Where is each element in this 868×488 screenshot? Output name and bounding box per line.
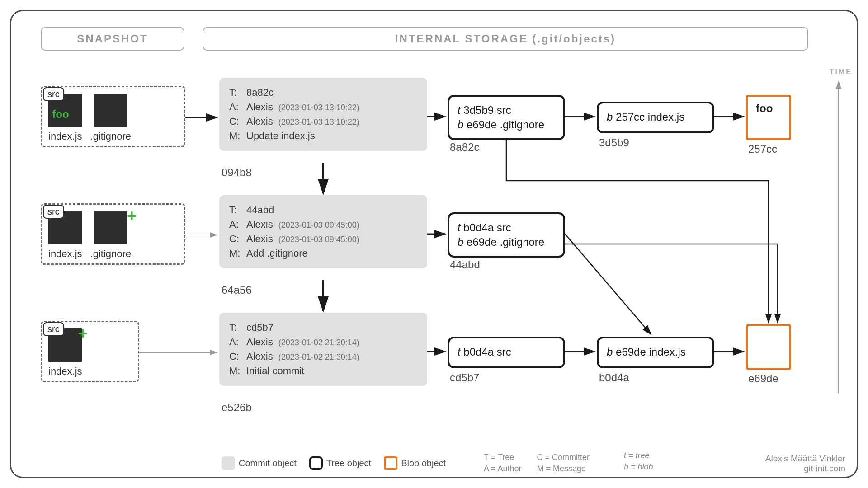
tree-entry-hash: 257cc: [616, 111, 645, 123]
tree-entry-type: b: [607, 346, 613, 358]
tree-entry-name: index.js: [648, 111, 684, 123]
tree-hash-label: cd5b7: [450, 371, 479, 384]
key-legend-commit-fields: T = Tree C = Committer A = Author M = Me…: [484, 453, 590, 474]
tree-entry-type: b: [458, 236, 463, 248]
header-internal-storage: INTERNAL STORAGE (.git/objects): [203, 27, 808, 51]
snapshot1-file-indexjs: src foo index.js: [48, 94, 82, 142]
src-folder-tag: src: [43, 322, 64, 336]
tree-entry-type: t: [458, 221, 461, 234]
commit-author-date: (2023-01-02 21:30:14): [278, 338, 359, 347]
credit-url: git-init.com: [765, 464, 845, 474]
file-content-preview: foo: [52, 108, 69, 121]
commit-hash-label: e526b: [222, 401, 252, 414]
tree-entry-type: t: [458, 346, 461, 358]
commit-committer-date: (2023-01-03 13:10:22): [278, 117, 359, 127]
commit-hash-label: 094b8: [222, 166, 252, 179]
src-folder-tag: src: [43, 205, 64, 219]
commit-author: Alexis: [246, 101, 273, 113]
time-axis-label: TIME: [830, 68, 852, 76]
commit-field-key: M:: [229, 130, 241, 142]
commit-field-key: C:: [229, 351, 241, 362]
file-icon: [94, 211, 127, 244]
legend: Commit object Tree object Blob object: [222, 456, 446, 470]
commit-tree-hash: 44abd: [246, 204, 274, 216]
commit-author-date: (2023-01-03 13:10:22): [278, 103, 359, 113]
commit-tree-hash: 8a82c: [246, 87, 274, 99]
legend-tree-swatch: [309, 456, 323, 470]
legend-blob-swatch: [384, 456, 397, 470]
header-snapshot: SNAPSHOT: [41, 27, 184, 51]
blob-hash-label: 257cc: [748, 143, 777, 155]
commit-committer-date: (2023-01-02 21:30:14): [278, 352, 359, 362]
tree-entry-name: src: [497, 221, 511, 234]
legend-M: M = Message: [537, 464, 590, 474]
src-folder-tag: src: [43, 87, 64, 101]
blob-object-257cc: foo: [746, 95, 791, 140]
tree-entry-hash: b0d4a: [463, 346, 494, 358]
tree-hash-label: 3d5b9: [599, 136, 629, 149]
tree-object-44abd: t b0d4a src b e69de .gitignore: [448, 212, 565, 258]
tree-entry-hash: e69de: [616, 346, 646, 358]
tree-object-8a82c: t 3d5b9 src b e69de .gitignore: [448, 95, 565, 140]
legend-blob-label: Blob object: [401, 458, 446, 469]
commit-field-key: C:: [229, 233, 241, 245]
file-name-label: .gitignore: [90, 131, 132, 142]
commit-object-2: T:44abd A:Alexis (2023-01-03 09:45:00) C…: [219, 195, 427, 268]
commit-field-key: A:: [229, 219, 241, 230]
header-row: SNAPSHOT INTERNAL STORAGE (.git/objects): [41, 27, 808, 51]
commit-field-key: T:: [229, 204, 241, 216]
key-legend-tree-entries: t = tree b = blob: [624, 449, 653, 474]
legend-tree: Tree object: [309, 456, 371, 470]
commit-field-key: T:: [229, 322, 241, 333]
commit-committer: Alexis: [246, 233, 273, 245]
tree-entry-type: t: [458, 104, 461, 116]
commit-field-key: M:: [229, 365, 241, 377]
snapshot-2: src index.js + .gitignore: [41, 203, 185, 265]
snapshot-3: src + index.js: [41, 321, 139, 382]
snapshot3-file-indexjs: src + index.js: [48, 328, 82, 377]
commit-author: Alexis: [246, 219, 273, 230]
commit-committer: Alexis: [246, 116, 273, 127]
file-name-label: index.js: [48, 131, 82, 142]
snapshot1-file-gitignore: .gitignore: [90, 94, 132, 142]
commit-message: Add .gitignore: [246, 248, 308, 259]
legend-b: b = blob: [624, 462, 653, 471]
commit-field-key: A:: [229, 336, 241, 348]
commit-field-key: T:: [229, 87, 241, 99]
tree-entry-name: src: [497, 104, 511, 116]
commit-author: Alexis: [246, 336, 273, 348]
commit-committer: Alexis: [246, 351, 273, 362]
commit-tree-hash: cd5b7: [246, 322, 274, 333]
legend-A: A = Author: [484, 464, 522, 474]
tree-entry-name: .gitignore: [500, 236, 544, 248]
blob-hash-label: e69de: [748, 372, 778, 385]
legend-commit-label: Commit object: [239, 458, 297, 469]
tree-entry-hash: b0d4a: [463, 221, 494, 234]
legend-tree-label: Tree object: [326, 458, 371, 469]
credit-name: Alexis Määttä Vinkler: [765, 454, 845, 464]
commit-hash-label: 64a56: [222, 284, 252, 296]
blob-object-e69de: [746, 324, 791, 370]
tree-entry-type: b: [607, 111, 613, 123]
commit-field-key: C:: [229, 116, 241, 127]
tree-entry-type: b: [458, 118, 463, 131]
legend-blob: Blob object: [384, 456, 446, 470]
file-name-label: index.js: [48, 248, 82, 260]
snapshot2-file-indexjs: src index.js: [48, 211, 82, 260]
file-name-label: .gitignore: [90, 248, 132, 260]
tree-entry-hash: e69de: [467, 236, 497, 248]
commit-field-key: M:: [229, 248, 241, 259]
tree-entry-name: index.js: [649, 346, 685, 358]
snapshot2-file-gitignore: + .gitignore: [90, 211, 132, 260]
commit-message: Initial commit: [246, 365, 304, 377]
tree-entry-hash: e69de: [467, 118, 497, 131]
snapshot-1: src foo index.js .gitignore: [41, 86, 185, 147]
blob-content: foo: [756, 102, 773, 114]
tree-hash-label: 8a82c: [450, 141, 479, 154]
tree-object-3d5b9: b 257cc index.js: [597, 102, 714, 133]
tree-hash-label: b0d4a: [599, 371, 629, 384]
legend-C: C = Committer: [537, 453, 590, 462]
added-badge-icon: +: [127, 206, 137, 225]
legend-t: t = tree: [624, 451, 650, 460]
tree-entry-name: src: [497, 346, 511, 358]
